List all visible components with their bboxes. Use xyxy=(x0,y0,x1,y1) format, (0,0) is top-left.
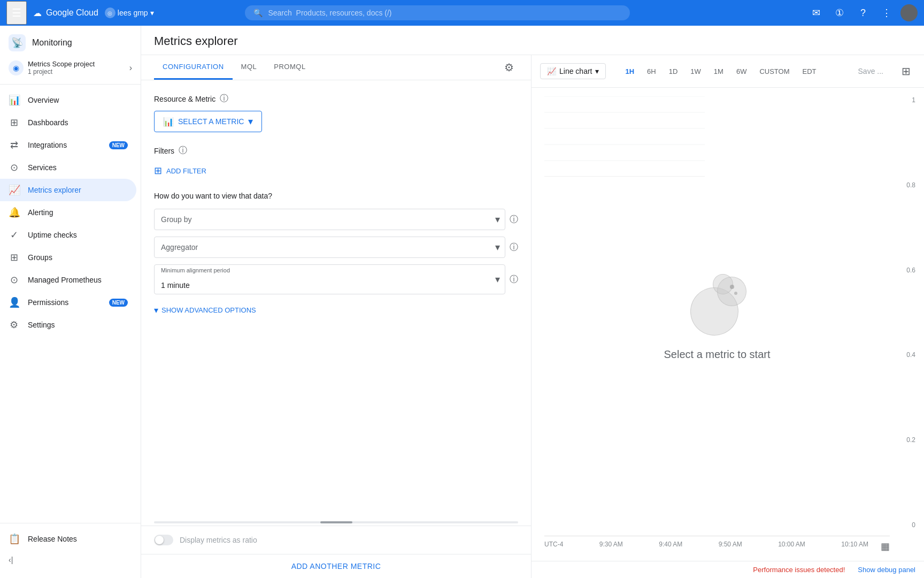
chevron-down-icon: ▾ xyxy=(154,305,158,315)
content-area: CONFIGURATION MQL PROMQL ⚙ Resource & Me… xyxy=(141,55,924,578)
save-button[interactable]: Save ... xyxy=(850,64,892,79)
chart-dot-2 xyxy=(734,292,737,295)
sidebar-item-metrics-explorer[interactable]: 📈 Metrics explorer xyxy=(0,179,136,201)
metrics-explorer-icon: 📈 xyxy=(9,184,19,196)
aggregator-wrapper: Aggregator ▾ xyxy=(154,237,505,258)
y-label-08: 0.8 xyxy=(906,181,915,189)
project-icon: ◎ xyxy=(105,7,116,18)
chart-type-label: Line chart xyxy=(559,67,592,75)
aggregator-select[interactable]: Aggregator xyxy=(154,237,505,258)
config-panel: CONFIGURATION MQL PROMQL ⚙ Resource & Me… xyxy=(141,55,532,578)
integrations-label: Integrations xyxy=(28,141,101,149)
chart-legend-icon[interactable]: ▦ xyxy=(881,541,890,552)
y-label-0: 0 xyxy=(906,521,915,529)
time-btn-6w[interactable]: 6W xyxy=(730,64,753,79)
managed-prometheus-icon: ⊙ xyxy=(9,274,19,286)
add-another-metric-button[interactable]: ADD ANOTHER METRIC xyxy=(141,554,531,578)
time-btn-edt[interactable]: EDT xyxy=(796,64,823,79)
chart-type-selector[interactable]: 📈 Line chart ▾ xyxy=(540,63,606,79)
sidebar-item-release-notes[interactable]: 📋 Release Notes xyxy=(0,528,136,550)
dashboards-icon: ⊞ xyxy=(9,117,19,128)
y-label-04: 0.4 xyxy=(906,351,915,359)
add-filter-label: ADD FILTER xyxy=(166,167,206,175)
permissions-new-badge: NEW xyxy=(109,299,128,307)
chart-decorative-circles xyxy=(685,271,749,336)
time-btn-1w[interactable]: 1W xyxy=(684,64,707,79)
sidebar-collapse-btn[interactable]: ‹| xyxy=(0,550,141,569)
resource-metric-help-icon[interactable]: ⓘ xyxy=(220,93,228,104)
sidebar-item-alerting[interactable]: 🔔 Alerting xyxy=(0,201,136,224)
filters-section: Filters ⓘ xyxy=(154,145,518,156)
alignment-period-field[interactable]: Minimum alignment period 1 minute xyxy=(154,264,505,294)
project-selector[interactable]: ◎ lees gmp ▾ xyxy=(105,7,154,18)
tab-mql[interactable]: MQL xyxy=(233,55,266,80)
sidebar-app-title: 📡 Monitoring xyxy=(9,34,72,51)
cloud-icon: ☁ xyxy=(33,8,42,18)
time-btn-1d[interactable]: 1D xyxy=(663,64,684,79)
time-btn-custom[interactable]: CUSTOM xyxy=(753,64,796,79)
show-debug-panel-link[interactable]: Show debug panel xyxy=(858,566,915,574)
time-btn-1m[interactable]: 1M xyxy=(707,64,730,79)
project-dropdown-icon: ▾ xyxy=(150,9,154,17)
settings-label: Settings xyxy=(28,321,128,329)
sidebar-item-permissions[interactable]: 👤 Permissions NEW xyxy=(0,291,136,314)
topbar: ☰ ☁ Google Cloud ◎ lees gmp ▾ 🔍 ✉ ① ? ⋮ xyxy=(0,0,924,26)
tab-configuration[interactable]: CONFIGURATION xyxy=(154,55,233,80)
scope-icon: ◉ xyxy=(9,60,24,75)
sidebar-item-managed-prometheus[interactable]: ⊙ Managed Prometheus xyxy=(0,269,136,291)
avatar[interactable] xyxy=(900,4,918,21)
x-label-950: 9:50 AM xyxy=(719,541,742,552)
search-input[interactable] xyxy=(268,9,621,17)
sidebar-item-dashboards[interactable]: ⊞ Dashboards xyxy=(0,111,136,134)
sidebar-item-services[interactable]: ⊙ Services xyxy=(0,156,136,179)
sidebar-item-integrations[interactable]: ⇄ Integrations NEW xyxy=(0,134,136,156)
notification-btn[interactable]: ① xyxy=(830,3,849,22)
collapse-icon: ‹| xyxy=(9,556,13,564)
select-metric-button[interactable]: 📊 SELECT A METRIC ▾ xyxy=(154,111,262,132)
alignment-period-help-icon[interactable]: ⓘ xyxy=(510,274,518,285)
sidebar-item-groups[interactable]: ⊞ Groups xyxy=(0,246,136,269)
display-ratio-toggle[interactable] xyxy=(154,535,173,545)
show-advanced-button[interactable]: ▾ SHOW ADVANCED OPTIONS xyxy=(154,301,256,320)
chart-footer: UTC-4 9:30 AM 9:40 AM 9:50 AM 10:00 AM 1… xyxy=(544,541,890,552)
metrics-explorer-label: Metrics explorer xyxy=(28,186,128,194)
logo-text: Google Cloud xyxy=(46,8,98,18)
time-btn-1h[interactable]: 1H xyxy=(619,64,641,79)
metrics-scope-item[interactable]: ◉ Metrics Scope project 1 project › xyxy=(0,56,141,85)
managed-prometheus-label: Managed Prometheus xyxy=(28,276,128,284)
scrollbar[interactable] xyxy=(154,521,518,523)
permissions-icon: 👤 xyxy=(9,296,19,308)
help-icon[interactable]: ? xyxy=(853,3,873,22)
time-btn-6h[interactable]: 6H xyxy=(641,64,663,79)
chart-area: Select a metric to start xyxy=(544,96,890,536)
add-filter-button[interactable]: ⊞ ADD FILTER xyxy=(154,163,206,179)
search-bar[interactable]: 🔍 xyxy=(245,5,630,20)
settings-icon: ⚙ xyxy=(9,319,19,331)
tab-promql[interactable]: PROMQL xyxy=(265,55,314,80)
uptime-checks-label: Uptime checks xyxy=(28,231,128,239)
overview-label: Overview xyxy=(28,96,128,104)
sidebar-item-settings[interactable]: ⚙ Settings xyxy=(0,314,136,336)
aggregator-help-icon[interactable]: ⓘ xyxy=(510,242,518,253)
email-icon[interactable]: ✉ xyxy=(806,3,826,22)
select-metric-label: SELECT A METRIC xyxy=(178,117,244,126)
uptime-checks-icon: ✓ xyxy=(9,229,19,241)
group-by-select[interactable]: Group by xyxy=(154,209,505,230)
integrations-icon: ⇄ xyxy=(9,139,19,151)
more-options-icon[interactable]: ⋮ xyxy=(877,3,896,22)
config-gear-icon[interactable]: ⚙ xyxy=(500,57,518,78)
integrations-new-badge: NEW xyxy=(109,141,128,149)
sidebar-item-overview[interactable]: 📊 Overview xyxy=(0,89,136,111)
menu-icon[interactable]: ☰ xyxy=(6,1,27,25)
google-cloud-logo[interactable]: ☁ Google Cloud xyxy=(33,8,98,18)
page-header: Metrics explorer xyxy=(141,26,924,55)
config-tabs: CONFIGURATION MQL PROMQL ⚙ xyxy=(141,55,531,80)
x-label-1000: 10:00 AM xyxy=(778,541,805,552)
view-question: How do you want to view that data? xyxy=(154,192,518,200)
chart-more-options-icon[interactable]: ⊞ xyxy=(896,62,915,81)
group-by-help-icon[interactable]: ⓘ xyxy=(510,214,518,225)
sidebar-item-uptime-checks[interactable]: ✓ Uptime checks xyxy=(0,224,136,246)
project-label: lees gmp xyxy=(118,9,148,17)
filters-help-icon[interactable]: ⓘ xyxy=(179,145,187,156)
chart-dot-1 xyxy=(730,285,734,289)
